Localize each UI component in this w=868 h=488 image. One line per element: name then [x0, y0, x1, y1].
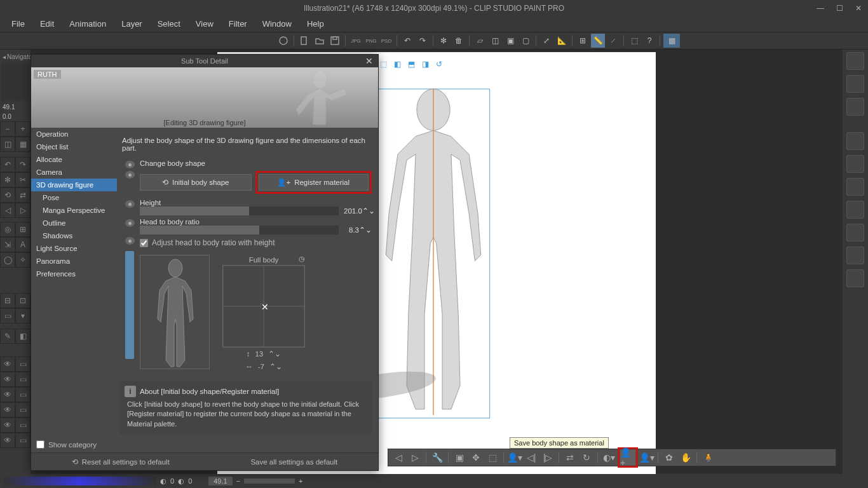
manikin-icon[interactable]: 🧍: [700, 450, 715, 465]
studio-icon[interactable]: [276, 34, 290, 48]
next-object-icon[interactable]: ▷: [407, 450, 423, 465]
menu-view[interactable]: View: [189, 17, 220, 30]
lotus-icon[interactable]: ✿: [661, 450, 677, 465]
menu-help[interactable]: Help: [301, 17, 330, 30]
menu-animation[interactable]: Animation: [63, 17, 112, 30]
prev-icon[interactable]: ◁: [0, 203, 15, 218]
sidebar-outline[interactable]: Outline: [31, 217, 117, 229]
pose-icon[interactable]: [846, 132, 864, 150]
show-category-checkbox[interactable]: [36, 440, 44, 449]
export-png-icon[interactable]: PNG: [364, 34, 378, 48]
delete-icon[interactable]: 🗑: [452, 34, 466, 48]
shape-icon[interactable]: ▭: [0, 308, 15, 323]
tool-d[interactable]: ⊡: [15, 293, 31, 308]
snap-perspective-icon[interactable]: ⟋: [606, 34, 620, 48]
eye3-icon[interactable]: 👁: [0, 387, 15, 402]
material2-icon[interactable]: [846, 224, 864, 241]
layer-d[interactable]: ▭: [15, 402, 31, 417]
scissors-icon[interactable]: ✂: [15, 172, 31, 187]
menu-select[interactable]: Select: [151, 17, 187, 30]
box-front-icon[interactable]: ⬚: [380, 60, 391, 71]
ratio-slider[interactable]: [140, 226, 339, 234]
eye4-icon[interactable]: 👁: [0, 402, 15, 417]
undo-tool-icon[interactable]: ↶: [0, 157, 15, 172]
prev-object-icon[interactable]: ◁: [391, 450, 406, 465]
zoom-plus-icon[interactable]: +: [299, 477, 302, 485]
focus-icon[interactable]: ✥: [468, 450, 484, 465]
fx-icon[interactable]: [846, 247, 864, 264]
export-psd-icon[interactable]: PSD: [379, 34, 393, 48]
save-body-material-button[interactable]: 👤+: [620, 450, 635, 465]
next-icon[interactable]: ▷: [15, 203, 31, 218]
body-slider-vertical[interactable]: [125, 251, 134, 359]
sidebar-light[interactable]: Light Source: [31, 242, 117, 255]
spin2-value[interactable]: -7: [258, 363, 264, 370]
sidebar-3d-figure[interactable]: 3D drawing figure: [31, 179, 117, 191]
grid-crosshair[interactable]: ✕: [261, 303, 267, 309]
layer-a[interactable]: ▭: [15, 356, 31, 372]
reset-pose-icon[interactable]: ↻: [579, 450, 594, 465]
deselect-icon[interactable]: ◫: [488, 34, 502, 48]
menu-layer[interactable]: Layer: [115, 17, 149, 30]
sidebar-preferences[interactable]: Preferences: [31, 268, 117, 280]
undo-icon[interactable]: ↶: [400, 34, 414, 48]
eye-icon[interactable]: 👁: [0, 356, 15, 372]
ratio-value[interactable]: 8.3⌃⌄: [344, 226, 372, 234]
hand-icon[interactable]: [846, 178, 864, 196]
open-icon[interactable]: [313, 34, 327, 48]
redo-tool-icon[interactable]: ↷: [15, 157, 31, 172]
rotate-icon[interactable]: ⟲: [0, 187, 15, 203]
register-material-button[interactable]: 👤+Register material: [259, 174, 369, 191]
export-jpg-icon[interactable]: JPG: [349, 34, 363, 48]
loading-icon[interactable]: ✻: [437, 34, 451, 48]
box-persp-icon[interactable]: ◨: [422, 60, 433, 71]
layer-f[interactable]: ▭: [15, 433, 31, 448]
grid-icon[interactable]: ⊞: [15, 222, 31, 237]
material-palette-icon[interactable]: [846, 52, 864, 70]
pose-save-icon[interactable]: 👤▾: [507, 450, 522, 465]
snap-ruler-icon[interactable]: 📏: [591, 34, 605, 48]
redo-icon[interactable]: ↷: [416, 34, 430, 48]
body-dd-icon[interactable]: 👤▾: [639, 450, 654, 465]
body-icon[interactable]: [846, 155, 864, 173]
minimize-button[interactable]: —: [811, 0, 830, 16]
body-slider-icon[interactable]: ◐▾: [601, 450, 616, 465]
menu-filter[interactable]: Filter: [222, 17, 254, 30]
sidebar-manga[interactable]: Manga Perspective: [31, 204, 117, 217]
spin1-value[interactable]: 13: [255, 350, 263, 358]
menu-window[interactable]: Window: [256, 17, 298, 30]
scale-icon[interactable]: ⤢: [539, 34, 553, 48]
box-top-icon[interactable]: ⬒: [408, 60, 419, 71]
zoom-out-icon[interactable]: −: [0, 121, 15, 137]
maximize-button[interactable]: ☐: [830, 0, 849, 16]
snap-grid-icon[interactable]: ⊞: [576, 34, 590, 48]
tool-a[interactable]: ◫: [0, 137, 15, 152]
sidebar-pose[interactable]: Pose: [31, 191, 117, 204]
bodytype-grid[interactable]: ✕: [222, 265, 305, 348]
menu-file[interactable]: File: [5, 17, 31, 30]
brush-icon[interactable]: ✎: [0, 329, 15, 344]
link-icon[interactable]: ⇲: [0, 237, 15, 252]
lasso-icon[interactable]: ◯: [0, 252, 15, 268]
zoom-slider[interactable]: [244, 478, 295, 484]
eye-toggle-1[interactable]: [125, 161, 135, 168]
flip-h-icon[interactable]: ⇄: [562, 450, 578, 465]
height-value[interactable]: 201.0⌃⌄: [344, 207, 372, 215]
ground-icon[interactable]: ⬚: [485, 450, 500, 465]
adjust-ratio-checkbox[interactable]: Adjust head to body ratio with height: [140, 236, 372, 250]
color-palette-icon[interactable]: [846, 98, 864, 116]
box-side-icon[interactable]: ◧: [394, 60, 405, 71]
layer-c[interactable]: ▭: [15, 387, 31, 402]
sidebar-panorama[interactable]: Panorama: [31, 255, 117, 268]
zoom-value[interactable]: 49.1: [0, 102, 31, 112]
sidebar-objectlist[interactable]: Object list: [31, 140, 117, 153]
layer-e[interactable]: ▭: [15, 417, 31, 433]
eye6-icon[interactable]: 👁: [0, 433, 15, 448]
pose-prev-icon[interactable]: ◁|: [524, 450, 539, 465]
layer-b[interactable]: ▭: [15, 372, 31, 387]
border-icon[interactable]: ▢: [519, 34, 532, 48]
misc-icon[interactable]: [846, 269, 864, 287]
eye-toggle-4[interactable]: [125, 237, 135, 245]
text-icon[interactable]: A: [15, 237, 31, 252]
timer-icon[interactable]: ◷: [299, 255, 305, 263]
